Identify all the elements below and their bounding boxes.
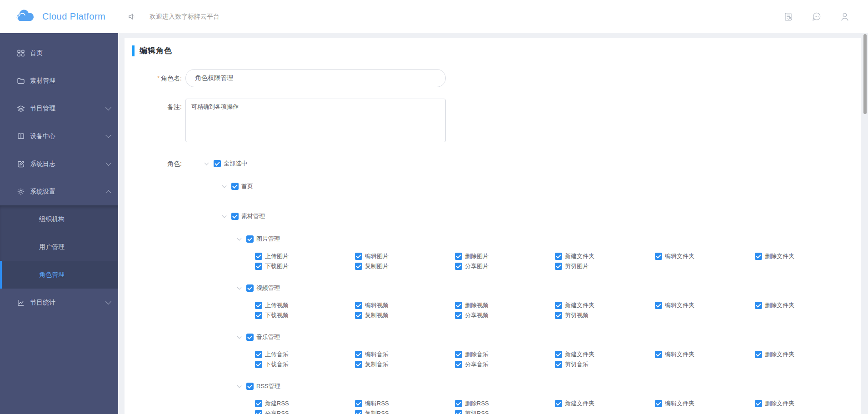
tree-node-label: 删除文件夹 (765, 350, 794, 359)
checkbox-checked[interactable] (455, 410, 462, 414)
permission-item: 删除文件夹 (755, 300, 794, 310)
checkbox-checked[interactable] (455, 361, 462, 368)
page-title-row: 编辑角色 (132, 45, 172, 56)
tree-expand-chevron-icon[interactable] (221, 213, 228, 219)
permission-item: 编辑视频 (355, 300, 389, 310)
tree-node-label: 素材管理 (241, 212, 265, 220)
checkbox-checked[interactable] (246, 284, 254, 292)
submenu-item[interactable]: 组织机构 (0, 205, 118, 233)
checkbox-checked[interactable] (255, 302, 262, 309)
checkbox-checked[interactable] (455, 312, 462, 319)
checkbox-checked[interactable] (555, 253, 562, 260)
tree-expand-chevron-icon[interactable] (236, 285, 243, 291)
checkbox-checked[interactable] (455, 351, 462, 358)
checkbox-checked[interactable] (255, 253, 262, 260)
checkbox-checked[interactable] (355, 351, 362, 358)
checkbox-checked[interactable] (246, 235, 254, 243)
tree-node-label: 编辑音乐 (365, 350, 389, 359)
tree-node-label: 删除音乐 (465, 350, 489, 359)
checkbox-checked[interactable] (355, 263, 362, 270)
permission-item: 删除文件夹 (755, 349, 794, 359)
checkbox-checked[interactable] (231, 183, 239, 190)
checkbox-checked[interactable] (355, 302, 362, 309)
sidebar-item-stats[interactable]: 节目统计 (0, 289, 118, 316)
checkbox-checked[interactable] (355, 410, 362, 414)
sidebar-item-label: 首页 (30, 49, 43, 57)
checkbox-checked[interactable] (355, 253, 362, 260)
tree-expand-chevron-icon[interactable] (236, 334, 243, 340)
tree-expand-chevron-icon[interactable] (204, 160, 210, 167)
checkbox-checked[interactable] (255, 361, 262, 368)
tree-node-label: 删除图片 (465, 252, 489, 260)
checkbox-checked[interactable] (555, 361, 562, 368)
permission-item: 编辑RSS (355, 399, 389, 409)
checkbox-checked[interactable] (455, 302, 462, 309)
checkbox-checked[interactable] (355, 400, 362, 407)
vertical-scrollbar[interactable] (863, 34, 867, 114)
checkbox-checked[interactable] (255, 263, 262, 270)
remark-textarea[interactable]: 可精确到各项操作 (185, 99, 446, 142)
checkbox-checked[interactable] (246, 383, 254, 390)
audit-log-icon[interactable] (783, 12, 793, 22)
tree-node-label: 分享图片 (465, 262, 489, 270)
tree-node-label: 编辑视频 (365, 301, 389, 309)
sidebar-item-program[interactable]: 节目管理 (0, 95, 118, 122)
sidebar-item-label: 系统日志 (30, 160, 55, 168)
checkbox-checked[interactable] (231, 213, 239, 220)
permission-item: 删除文件夹 (755, 399, 794, 409)
submenu-settings: 组织机构用户管理角色管理 (0, 205, 118, 289)
checkbox-checked[interactable] (755, 400, 762, 407)
permission-item: 新建RSS (255, 399, 289, 409)
checkbox-checked[interactable] (255, 312, 262, 319)
title-accent-bar (132, 45, 135, 56)
tree-expand-chevron-icon[interactable] (236, 383, 243, 389)
checkbox-checked[interactable] (755, 302, 762, 309)
user-icon[interactable] (840, 12, 850, 22)
checkbox-checked[interactable] (455, 253, 462, 260)
tree-node-label: 分享RSS (265, 409, 289, 414)
checkbox-checked[interactable] (214, 160, 221, 167)
submenu-item[interactable]: 角色管理 (0, 261, 118, 289)
checkbox-checked[interactable] (255, 410, 262, 414)
permission-item: 剪切视频 (555, 310, 589, 320)
checkbox-checked[interactable] (246, 334, 254, 341)
tree-node-label: 编辑文件夹 (665, 301, 694, 309)
checkbox-checked[interactable] (555, 263, 562, 270)
sidebar-item-device[interactable]: 设备中心 (0, 122, 118, 150)
sidebar-item-home[interactable]: 首页 (0, 39, 118, 67)
permission-item: 删除视频 (455, 300, 489, 310)
checkbox-checked[interactable] (655, 302, 662, 309)
checkbox-checked[interactable] (455, 400, 462, 407)
permission-item: 编辑文件夹 (655, 251, 694, 261)
checkbox-checked[interactable] (355, 312, 362, 319)
role-name-input[interactable] (185, 69, 446, 87)
speaker-icon[interactable] (128, 13, 136, 22)
checkbox-checked[interactable] (655, 253, 662, 260)
sidebar-item-material[interactable]: 素材管理 (0, 67, 118, 95)
sidebar-item-syslog[interactable]: 系统日志 (0, 150, 118, 178)
brand-logo[interactable]: Cloud Platform (15, 0, 105, 33)
sidebar-item-settings[interactable]: 系统设置 (0, 178, 118, 205)
checkbox-checked[interactable] (655, 351, 662, 358)
checkbox-checked[interactable] (555, 400, 562, 407)
tree-node-label: RSS管理 (256, 382, 280, 390)
tree-node-label: 复制视频 (365, 311, 389, 319)
checkbox-checked[interactable] (255, 351, 262, 358)
checkbox-checked[interactable] (555, 312, 562, 319)
chevron-down-icon (105, 105, 111, 110)
checkbox-checked[interactable] (555, 351, 562, 358)
checkbox-checked[interactable] (555, 302, 562, 309)
checkbox-checked[interactable] (655, 400, 662, 407)
checkbox-checked[interactable] (255, 400, 262, 407)
checkbox-checked[interactable] (755, 351, 762, 358)
message-icon[interactable] (812, 12, 822, 22)
remark-label: 备注: (125, 102, 182, 111)
checkbox-checked[interactable] (455, 263, 462, 270)
checkbox-checked[interactable] (755, 253, 762, 260)
tree-expand-chevron-icon[interactable] (236, 236, 243, 242)
tree-node-label: 删除文件夹 (765, 399, 794, 408)
checkbox-checked[interactable] (355, 361, 362, 368)
tree-expand-chevron-icon[interactable] (221, 183, 228, 190)
sidebar-nav: 首页素材管理节目管理设备中心系统日志系统设置组织机构用户管理角色管理节目统计 (0, 33, 118, 414)
submenu-item[interactable]: 用户管理 (0, 233, 118, 261)
